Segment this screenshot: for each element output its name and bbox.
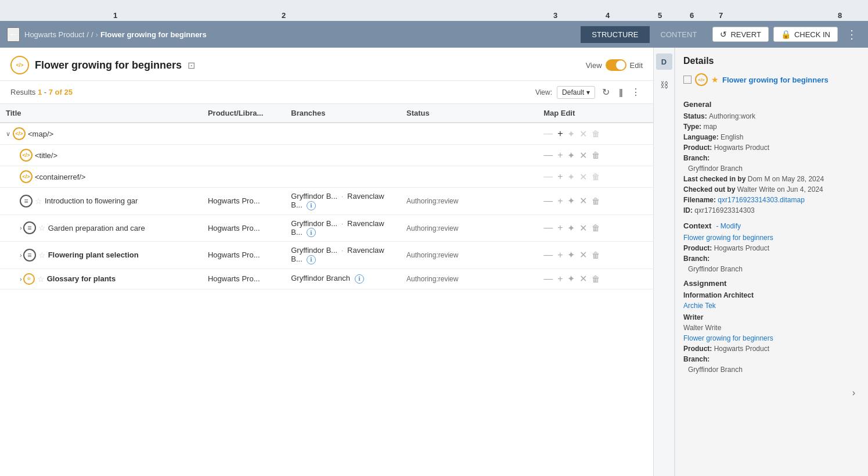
map-icon: </> [13,127,26,140]
row-expand[interactable]: ∨ [6,130,10,138]
context-title-link[interactable]: Flower growing for beginners [683,234,773,242]
minus-btn[interactable]: — [543,171,553,182]
star-icon[interactable]: ☆ [35,196,42,206]
view-edit-toggle[interactable] [606,59,626,71]
info-cell [516,269,538,289]
move-btn[interactable]: ✦ [567,150,575,161]
details-title: Details [683,56,860,66]
checkin-icon: 🔒 [781,30,791,39]
ia-name-link[interactable]: Archie Tek [683,302,716,310]
info-btn[interactable]: ℹ [307,201,316,210]
status-cell [401,145,516,166]
cut-btn[interactable]: ✕ [579,195,587,206]
details-checkbox[interactable] [683,76,691,84]
cut-btn[interactable]: ✕ [579,171,587,182]
delete-btn[interactable]: 🗑 [592,151,600,160]
breadcrumb: Hogwarts Product / / › Flower growing fo… [24,30,207,39]
map-edit-cell: — + ✦ ✕ 🗑 [538,188,653,215]
info-cell [516,166,538,188]
results-text: Results 1 - 7 of 25 [10,88,73,96]
annotation-7: 7 [719,11,723,20]
delete-btn[interactable]: 🗑 [592,129,600,138]
plus-btn[interactable]: + [557,274,563,284]
plus-btn[interactable]: + [557,128,563,139]
cut-btn[interactable]: ✕ [579,150,587,161]
cut-btn[interactable]: ✕ [579,223,587,234]
expand-arrow-btn[interactable]: › [683,383,860,403]
ia-name-row: Archie Tek [683,302,860,310]
tab-structure[interactable]: STRUCTURE [581,26,649,43]
move-btn[interactable]: ✦ [567,223,575,234]
table-row: › ☆ ☆ Glossary for plants Hogwarts Pro..… [0,269,653,289]
breadcrumb-gryffindor[interactable]: / [91,30,93,39]
move-btn[interactable]: ✦ [567,171,575,182]
delete-btn[interactable]: 🗑 [592,250,600,260]
minus-btn[interactable]: — [543,150,553,160]
revert-button[interactable]: ↺ REVERT [712,27,769,42]
star-icon[interactable]: ☆ [37,274,45,284]
status-tag: Authoring:review [406,224,458,232]
cut-btn[interactable]: ✕ [579,273,587,284]
structure-link-icon-btn[interactable]: ⛓ [656,77,672,93]
plus-btn[interactable]: + [557,250,563,260]
refresh-icon[interactable]: ↻ [600,85,612,99]
checkin-button[interactable]: 🔒 CHECK IN [773,27,838,42]
info-btn[interactable]: ℹ [307,255,316,264]
row-expand[interactable]: › [20,275,22,282]
row-expand[interactable]: › [20,224,22,231]
row-title: Glossary for plants [47,274,116,283]
results-more-icon[interactable]: ⋮ [629,85,643,99]
move-btn[interactable]: ✦ [567,273,575,284]
cut-btn[interactable]: ✕ [579,128,587,139]
move-btn[interactable]: ✦ [567,249,575,260]
minus-btn[interactable]: — [543,250,553,260]
annotation-5: 5 [658,11,662,20]
minus-btn[interactable]: — [543,274,553,284]
back-button[interactable]: ← [7,27,20,42]
delete-btn[interactable]: 🗑 [592,223,600,232]
writer-title-link[interactable]: Flower growing for beginners [683,334,773,342]
status-cell: Authoring:review [401,242,516,269]
details-star[interactable]: ★ [711,75,719,84]
col-branches: Branches [285,104,401,123]
doc-edit-icon[interactable]: ⊡ [188,60,195,71]
move-btn[interactable]: ✦ [567,195,575,206]
delete-btn[interactable]: 🗑 [592,274,600,284]
minus-btn[interactable]: — [543,196,553,206]
filename-link[interactable]: qxr1716923314303.ditamap [718,196,804,204]
doc-title: Flower growing for beginners [35,59,182,71]
details-content: Details </> ★ Flower growing for beginne… [675,48,868,476]
annotation-3: 3 [553,11,557,20]
row-expand[interactable]: › [20,252,22,259]
minus-btn[interactable]: — [543,128,553,139]
info-btn[interactable]: ℹ [307,228,316,237]
details-icon-btn[interactable]: D [656,53,672,70]
view-select-button[interactable]: Default ▾ [557,86,595,99]
branch-value-row: Gryffindor Branch [683,164,860,173]
context-modify-link[interactable]: - Modify [716,222,741,230]
title-cell: › ☆ ☆ Glossary for plants [0,269,202,289]
delete-btn[interactable]: 🗑 [592,172,600,181]
delete-btn[interactable]: 🗑 [592,196,600,206]
minus-btn[interactable]: — [543,223,553,233]
details-doc-title[interactable]: Flower growing for beginners [722,76,829,84]
title-cell: </> <containerref/> [0,166,202,188]
star-icon[interactable]: ☆ [38,223,46,232]
writer-name-row: Walter Write [683,324,860,332]
plus-btn[interactable]: + [557,150,563,160]
row-title: Flowering plant selection [48,250,139,259]
more-menu-button[interactable]: ⋮ [842,27,861,41]
star-icon[interactable]: ☆ [38,250,46,260]
breadcrumb-hogwarts[interactable]: Hogwarts Product [24,30,84,39]
info-btn[interactable]: ℹ [355,274,364,284]
plus-btn[interactable]: + [557,223,563,233]
doc-header: </> Flower growing for beginners ⊡ View … [0,48,653,81]
move-btn[interactable]: ✦ [567,128,575,139]
cut-btn[interactable]: ✕ [579,249,587,260]
columns-icon[interactable]: ||| [617,87,624,98]
tab-content[interactable]: CONTENT [650,26,708,43]
plus-btn[interactable]: + [557,196,563,206]
plus-btn[interactable]: + [557,171,563,182]
context-product-row: Product: Hogwarts Product [683,244,860,252]
context-doc-title: Flower growing for beginners [683,234,860,242]
